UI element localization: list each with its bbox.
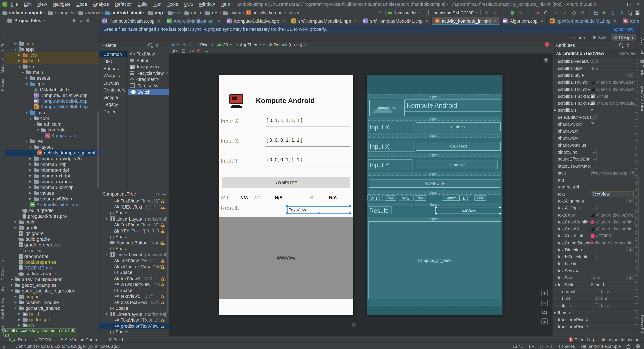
tree-expand-icon[interactable]: ▶ [18,312,21,315]
pin-icon[interactable] [635,163,638,169]
color-swatch[interactable] [591,227,594,230]
component-textview[interactable]: AbTextView"Input Xj" [100,198,169,204]
encoding[interactable]: UTF-8 [540,344,552,348]
menu-view[interactable]: View [37,2,47,6]
blueprint-textview[interactable]: TextView [436,207,500,214]
git-commit-icon[interactable]: ✓ [562,10,568,15]
palette-category-text[interactable]: Text [100,58,128,64]
tree-item-build[interactable]: ▶build [5,58,100,64]
tree-item-main[interactable]: ▼main [5,69,100,75]
input-value-1[interactable]: [ 0, 1, 1, 1, 1, 1 ] [267,118,302,123]
close-icon[interactable]: ✕ [354,18,357,23]
dropdown-icon[interactable]: ▼ [626,73,634,78]
tree-expand-icon[interactable]: ▶ [14,300,17,304]
device-selector[interactable]: Pixel▼ [195,42,214,47]
tree-collapse-icon[interactable]: ▼ [14,48,17,51]
view-options-icon[interactable]: ◎▼ [171,48,178,53]
hide-panel-icon[interactable]: — [93,18,97,23]
toggle-icon[interactable]: – [591,206,597,210]
attribute-row-selectallonfocus[interactable]: selectAllOnFocus– [553,114,640,121]
view-mode-split[interactable]: ▥Split [590,34,609,40]
component-textview[interactable]: AbTextView"W 1: " [100,258,169,263]
tree-item-komputemodelml-cpp[interactable]: C++KomputeModelML.cpp [5,98,100,104]
pin-icon[interactable] [635,310,638,315]
pin-icon[interactable] [635,80,638,85]
attribute-row-textscalex[interactable]: textScaleX [553,268,640,274]
gradle-daemon-icon[interactable] [636,344,640,348]
attribute-row-textdirection[interactable]: textDirection▼ [553,246,640,254]
pin-icon[interactable] [635,128,638,134]
blueprint-b-[interactable]: B : [461,195,470,201]
tab-src-komputemodelml-cpp[interactable]: C++src\KomputeModelML.cpp✕ [360,17,432,25]
tree-expand-icon[interactable]: ▶ [10,283,14,286]
breadcrumb-item-activity_kompute_jni.xml[interactable]: <>activity_kompute_jni.xml [246,10,302,15]
palette-item-switch[interactable]: Switch [128,89,169,95]
blueprint-xjedittext[interactable]: XJEditText [416,142,501,151]
tree-item-mipmap-hdpi[interactable]: ▶mipmap-hdpi [5,162,100,167]
attribute-row-textcolor[interactable]: textColor@android:color/secor [553,212,640,218]
tree-expand-icon[interactable]: ▶ [29,157,32,160]
selection-handle[interactable] [435,206,437,208]
tree-item-assets[interactable]: ▶assets [5,75,100,81]
tree-expand-icon[interactable]: ▶ [18,54,21,57]
attributes-scrollbar[interactable] [638,177,639,271]
toolwindow-button-build[interactable]: ⚒Build [108,337,123,342]
attribute-row-scrollbarthumbv-[interactable]: scrollbarThumbV...@android:drawable/s [553,86,640,93]
checkbox-icon[interactable] [595,289,600,294]
pin-icon[interactable] [635,66,638,71]
locale-selector[interactable]: ⊕Default (en-us)▼ [269,42,307,47]
tree-item-godot-examples[interactable]: ▶godot_examples [5,282,100,288]
breadcrumb-item-vulkan-compute[interactable]: vulkan-compute [2,10,44,15]
blueprint-space[interactable]: Space [368,172,501,176]
tree-item-com[interactable]: ▼com [5,115,100,121]
tree-item--import[interactable]: ▶.import [5,294,100,300]
close-icon[interactable]: ✕ [614,18,616,23]
pin-icon[interactable] [635,275,638,280]
attribute-row-theme[interactable]: ▶theme [553,309,640,316]
tree-item-build[interactable]: ▶build [5,219,100,225]
issue-panel-badge[interactable]: ! [545,42,549,47]
flag-icon[interactable]: ⚑ [591,282,594,286]
menu-window[interactable]: Window [199,2,215,6]
blueprint-yedittext[interactable]: YEditText [416,160,498,169]
tree-expand-icon[interactable]: ▶ [10,278,14,281]
breadcrumb-item-layout[interactable]: layout [223,10,242,15]
tree-item-java[interactable]: ▼java [5,110,100,115]
pin-icon[interactable] [635,156,638,162]
palette-item-recyclerview[interactable]: RecyclerView⇩ [128,70,169,76]
toolwindow-1-project[interactable]: 1: Project [0,35,5,52]
tree-expand-icon[interactable]: ▶ [14,295,17,298]
design-surface-selector[interactable]: ◆▼ [171,42,179,47]
line-ending[interactable]: LF [529,344,534,348]
drawable-icon[interactable] [591,94,595,98]
tree-collapse-icon[interactable]: ▼ [25,140,28,143]
palette-category-common[interactable]: Common [100,51,128,57]
hide-panel-icon[interactable]: — [162,43,166,48]
attribute-row-style[interactable]: style@style/Widget.App▼ [553,170,640,176]
blueprint-n-a[interactable]: N/A [474,195,486,201]
tree-item-layout[interactable]: ▼layout [5,144,100,150]
component-xjedittext[interactable]: AbXJEditText"[ 0, 0, 0, ... [100,204,169,210]
tree-expand-icon[interactable]: ▶ [29,180,32,183]
tree-item-mipmap-mdpi[interactable]: ▶mipmap-mdpi [5,167,100,173]
tree-expand-icon[interactable]: ▶ [18,324,21,327]
tree-collapse-icon[interactable]: ▼ [36,128,40,131]
component-space[interactable]: |··|Space [100,287,169,293]
palette-category-layouts[interactable]: Layouts [100,80,128,86]
color-swatch[interactable] [591,242,593,244]
attribute-row-normal[interactable]: normalfalse [553,288,640,295]
tree-item-local-properties[interactable]: local.properties [5,259,100,265]
collapse-all-icon[interactable]: ⌅ [79,18,82,23]
tree-expand-icon[interactable]: ▶ [29,191,32,194]
tree-expand-icon[interactable]: ▶ [18,318,21,321]
component-linearlayout[interactable]: ▼LinearLayout(horizontal) [100,252,169,257]
palette-category-google[interactable]: Google [100,94,128,100]
text-attribute-input[interactable]: TextView [591,191,634,197]
blueprint-kompute-gif-view[interactable]: kompute_gif_view [368,222,501,299]
project-view-selector[interactable]: Project Files [14,18,41,23]
tree-collapse-icon[interactable]: ▼ [21,71,24,74]
toolwindow-button-todo[interactable]: ≡TODO [35,337,51,342]
attribute-row-singleline[interactable]: singleLine– [553,149,640,156]
component-tree-scrollbar[interactable] [167,231,168,314]
palette-item-scrollview[interactable]: ScrollView [128,83,169,88]
